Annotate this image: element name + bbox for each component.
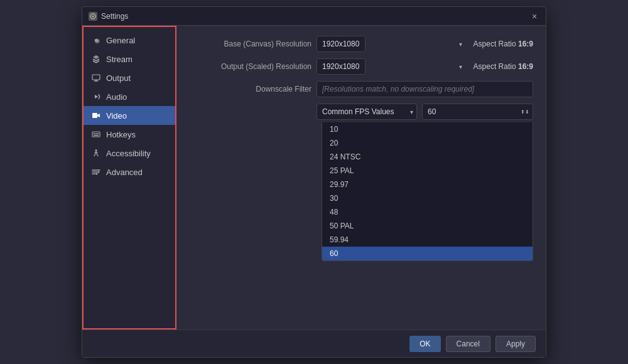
audio-icon xyxy=(91,92,101,102)
fps-option-20[interactable]: 20 xyxy=(322,136,533,150)
gear-icon xyxy=(91,35,101,45)
svg-point-1 xyxy=(92,15,94,17)
fps-option-60[interactable]: 60 xyxy=(322,247,533,260)
sidebar-item-video-label: Video xyxy=(106,111,127,120)
dialog-icon xyxy=(89,12,97,21)
output-resolution-row: Output (Scaled) Resolution 1920x1080 Asp… xyxy=(189,58,533,75)
output-resolution-select-wrapper: 1920x1080 xyxy=(317,58,466,75)
svg-rect-5 xyxy=(94,133,95,134)
downscale-input[interactable] xyxy=(317,81,533,97)
sidebar-item-hotkeys[interactable]: Hotkeys xyxy=(82,125,176,144)
svg-rect-7 xyxy=(97,133,99,134)
svg-point-11 xyxy=(96,173,98,175)
base-resolution-label: Base (Canvas) Resolution xyxy=(189,40,311,48)
sidebar-item-audio[interactable]: Audio xyxy=(82,87,176,106)
main-panel: Base (Canvas) Resolution 1920x1080 Aspec… xyxy=(176,26,546,329)
output-icon xyxy=(91,73,101,83)
base-resolution-select[interactable]: 1920x1080 xyxy=(317,36,365,52)
sidebar-item-output[interactable]: Output xyxy=(82,68,176,87)
sidebar-item-advanced[interactable]: Advanced xyxy=(82,163,176,181)
dialog-footer: OK Cancel Apply xyxy=(82,329,546,357)
title-bar: Settings × xyxy=(82,7,546,26)
fps-dropdown: 10 20 24 NTSC 25 PAL 29.97 30 48 50 PAL … xyxy=(322,122,533,261)
fps-option-24ntsc[interactable]: 24 NTSC xyxy=(322,150,533,164)
ok-button[interactable]: OK xyxy=(409,336,440,352)
output-resolution-label: Output (Scaled) Resolution xyxy=(189,62,311,71)
downscale-filter-row: Downscale Filter xyxy=(189,81,533,97)
sidebar-item-stream[interactable]: Stream xyxy=(82,50,176,68)
svg-rect-3 xyxy=(92,113,97,118)
fps-option-10[interactable]: 10 xyxy=(322,122,533,136)
base-resolution-row: Base (Canvas) Resolution 1920x1080 Aspec… xyxy=(189,36,533,52)
fps-value-wrapper xyxy=(422,104,533,120)
hotkeys-icon xyxy=(91,129,101,139)
sidebar-item-general-label: General xyxy=(106,36,135,45)
sidebar-item-output-label: Output xyxy=(106,73,131,83)
close-button[interactable]: × xyxy=(529,11,539,21)
sidebar-item-accessibility-label: Accessibility xyxy=(106,149,151,158)
output-resolution-select[interactable]: 1920x1080 xyxy=(317,58,365,75)
content-spacer xyxy=(189,264,533,319)
cancel-button[interactable]: Cancel xyxy=(446,336,490,352)
settings-dialog: Settings × General xyxy=(82,6,546,358)
fps-type-wrapper: Common FPS Values xyxy=(317,104,417,120)
dialog-body: General Stream xyxy=(82,26,546,329)
fps-option-50pal[interactable]: 50 PAL xyxy=(322,219,533,233)
svg-rect-6 xyxy=(95,133,97,134)
fps-option-48[interactable]: 48 xyxy=(322,205,533,219)
fps-dropdown-row: 10 20 24 NTSC 25 PAL 29.97 30 48 50 PAL … xyxy=(189,122,533,261)
accessibility-icon xyxy=(91,148,101,158)
sidebar-item-video[interactable]: Video xyxy=(82,106,176,125)
svg-point-10 xyxy=(98,171,100,173)
base-aspect-ratio-label: Aspect Ratio 16:9 xyxy=(474,40,533,48)
sidebar-item-accessibility[interactable]: Accessibility xyxy=(82,144,176,163)
fps-option-25pal[interactable]: 25 PAL xyxy=(322,164,533,178)
advanced-icon xyxy=(91,167,101,177)
sidebar: General Stream xyxy=(82,26,176,329)
svg-rect-2 xyxy=(92,75,100,80)
base-resolution-select-wrapper: 1920x1080 xyxy=(317,36,466,52)
video-icon xyxy=(91,110,101,120)
stream-icon xyxy=(91,54,101,64)
sidebar-item-hotkeys-label: Hotkeys xyxy=(106,130,136,139)
sidebar-item-advanced-label: Advanced xyxy=(106,168,143,177)
sidebar-item-audio-label: Audio xyxy=(106,92,127,102)
output-aspect-ratio-label: Aspect Ratio 16:9 xyxy=(474,62,533,71)
overlay: Settings × General xyxy=(0,0,628,364)
dialog-title: Settings xyxy=(101,12,529,21)
fps-value-input[interactable] xyxy=(422,104,533,120)
fps-row: . Common FPS Values xyxy=(189,104,533,120)
apply-button[interactable]: Apply xyxy=(495,336,536,352)
sidebar-item-general[interactable]: General xyxy=(82,31,176,50)
fps-type-select[interactable]: Common FPS Values xyxy=(317,104,417,120)
svg-rect-8 xyxy=(94,135,99,136)
fps-option-30[interactable]: 30 xyxy=(322,191,533,205)
svg-point-9 xyxy=(95,149,97,151)
sidebar-item-stream-label: Stream xyxy=(106,55,133,64)
fps-option-2997[interactable]: 29.97 xyxy=(322,178,533,191)
fps-option-5994[interactable]: 59.94 xyxy=(322,233,533,247)
downscale-label: Downscale Filter xyxy=(189,85,311,94)
